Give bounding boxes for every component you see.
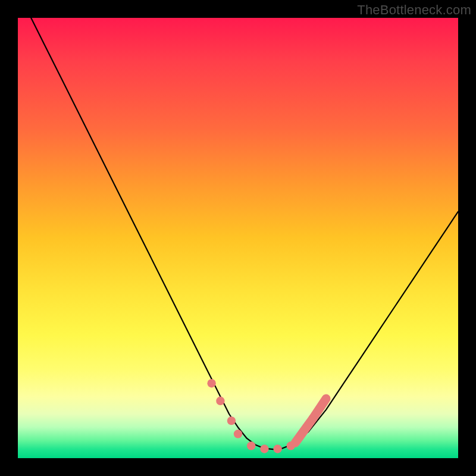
curve-marker — [273, 444, 281, 453]
curve-marker — [234, 430, 242, 438]
curve-marker — [260, 444, 268, 453]
curve-path — [31, 18, 458, 449]
watermark-text: TheBottleneck.com — [357, 2, 471, 18]
curve-markers — [207, 379, 326, 453]
chart-svg — [18, 18, 458, 458]
curve-marker — [216, 397, 224, 405]
chart-frame: TheBottleneck.com — [0, 0, 476, 476]
curve-marker-bar — [313, 399, 326, 418]
curve-marker — [207, 379, 215, 387]
curve-marker-bar — [295, 418, 313, 443]
curve-marker — [247, 441, 255, 450]
bottleneck-curve — [31, 18, 458, 449]
curve-marker — [227, 416, 236, 425]
